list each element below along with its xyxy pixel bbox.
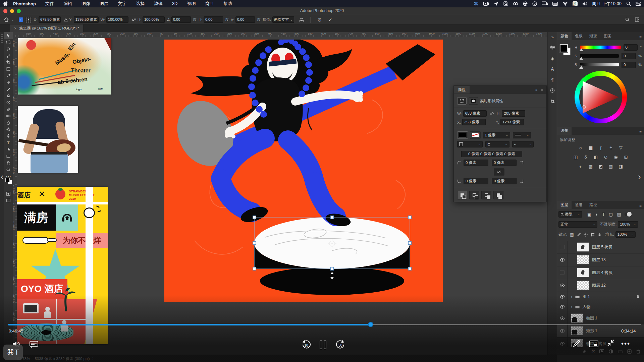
add-mask-icon[interactable] [599, 349, 604, 353]
stroke-type-dropdown[interactable]: ⌄ [513, 132, 531, 138]
option-field-value[interactable]: 100.00% [106, 16, 128, 23]
wifi-icon[interactable] [562, 1, 568, 7]
apple-icon[interactable] [3, 1, 8, 6]
horizontal-ruler[interactable]: 5505004504003503002502001501005050100150… [13, 32, 547, 37]
layer-row-图层 13[interactable]: 图层 13 [557, 253, 644, 266]
shape-x-field[interactable]: 353 像素 [462, 119, 486, 125]
menu-item-5[interactable]: 文字 [118, 1, 126, 6]
control-center-icon[interactable] [636, 1, 641, 7]
layer-filter-dropdown[interactable]: 类型⌄ [558, 211, 582, 218]
adjustment-invert-icon[interactable]: ◐ [577, 163, 585, 170]
more-options-button[interactable]: ••• [621, 340, 630, 348]
adjustment-color-balance-icon[interactable]: δ [582, 154, 590, 160]
filter-toggle[interactable] [625, 213, 632, 216]
history-panel-icon[interactable] [548, 86, 557, 95]
menu-item-9[interactable]: 视图 [187, 1, 196, 6]
menu-photoshop[interactable]: Photoshop [13, 1, 36, 6]
adjustment-curves-icon[interactable]: ʃ [597, 144, 605, 151]
tool-type[interactable]: T [4, 139, 13, 146]
lock-position-icon[interactable] [584, 233, 588, 237]
tool-gradient[interactable] [4, 113, 13, 119]
seek-bar-progress[interactable] [8, 324, 371, 325]
adjustment-color-lookup-icon[interactable]: ⊞ [622, 154, 630, 160]
layer-thumbnail[interactable] [577, 268, 589, 277]
stroke-cap-dropdown[interactable]: ⊏⌄ [485, 141, 509, 147]
visibility-eye-icon[interactable] [557, 302, 568, 312]
seek-bar-knob[interactable] [368, 322, 373, 327]
collapse-panel-icon[interactable]: » [535, 88, 537, 92]
stroke-color-swatch[interactable] [470, 131, 481, 139]
input-method-icon[interactable]: 拼 [573, 1, 578, 6]
pathfinder-intersect-button[interactable] [481, 191, 491, 199]
exit-fullscreen-button[interactable] [606, 339, 615, 347]
layer-thumbnail[interactable] [577, 255, 589, 264]
tool-eyedropper[interactable] [4, 72, 13, 79]
volume-menu-icon[interactable] [582, 1, 587, 7]
layer-thumbnail[interactable] [577, 242, 589, 252]
properties-menu-icon[interactable]: ≡ [541, 88, 543, 92]
tool-move[interactable] [4, 32, 13, 39]
menubar-clock[interactable]: 周日 下午10:00 [592, 1, 622, 7]
color-wheel[interactable] [575, 71, 627, 123]
expand-group-icon[interactable]: › [571, 294, 573, 299]
tab-layers[interactable]: 图层 [557, 201, 572, 209]
layer-thumbnail[interactable] [571, 326, 583, 336]
pip-button[interactable] [589, 341, 598, 347]
filter-pixel-layers-icon[interactable]: ▣ [587, 212, 591, 217]
adjustment-selective-color-icon[interactable]: ▧ [607, 163, 615, 170]
close-tab-icon[interactable]: × [14, 26, 16, 31]
tool-quick-select[interactable] [4, 52, 13, 59]
tool-healing[interactable] [4, 79, 13, 86]
status-chevron[interactable]: 〉 [92, 356, 96, 361]
tiger-app-icon[interactable] [523, 1, 528, 7]
tool-history-brush[interactable] [4, 99, 13, 106]
radius-tl-field[interactable]: 0 像素 [464, 160, 488, 166]
opacity-dropdown[interactable]: 100%⌄ [618, 221, 638, 228]
menu-item-10[interactable]: 窗口 [205, 1, 214, 6]
new-adjustment-layer-icon[interactable] [609, 349, 613, 354]
menu-item-11[interactable]: 帮助 [223, 1, 232, 6]
tool-preset-chevron[interactable]: ⌄ [11, 18, 14, 21]
layer-thumbnail[interactable] [577, 281, 589, 290]
tab-color[interactable]: 颜色 [557, 32, 572, 40]
previous-arrow[interactable]: ‹ [1, 172, 4, 182]
adjustment-hue-saturation-icon[interactable]: ◫ [572, 154, 580, 160]
cancel-transform-button[interactable]: ⊘ [317, 17, 322, 23]
home-icon[interactable] [4, 17, 9, 22]
filter-smart-objects-icon[interactable]: ▤ [617, 212, 621, 217]
tool-clone-stamp[interactable] [4, 93, 13, 99]
stroke-width-dropdown[interactable]: 1 像素⌄ [483, 132, 510, 138]
mask-properties-icon[interactable] [469, 97, 478, 105]
subtitles-button[interactable] [30, 341, 38, 348]
adjustment-exposure-icon[interactable]: ± [607, 144, 615, 151]
tool-eraser[interactable] [4, 106, 13, 113]
constrain-proportions-icon[interactable] [489, 112, 494, 115]
menu-item-8[interactable]: 3D [172, 1, 178, 6]
spotlight-icon[interactable] [626, 1, 631, 7]
visibility-empty-box[interactable] [557, 266, 568, 279]
radius-br-field[interactable]: 0 像素 [492, 178, 517, 184]
layer-row-椭圆 1[interactable]: 椭圆 1 [557, 312, 644, 325]
paragraph-panel-icon[interactable]: ¶ [548, 76, 557, 84]
stroke-align-dropdown[interactable]: ⌄ [457, 141, 483, 147]
lock-transparent-icon[interactable]: ▦ [570, 232, 574, 237]
adjustment-threshold-icon[interactable]: ◩ [597, 163, 605, 170]
options-search-icon[interactable] [625, 17, 630, 22]
menu-item-4[interactable]: 图层 [100, 1, 108, 6]
filter-adjustment-layers-icon[interactable]: ◐ [595, 212, 598, 217]
fill-color-swatch[interactable] [457, 131, 468, 139]
shape-y-field[interactable]: 1293 像素 [500, 119, 524, 125]
tool-crop[interactable] [4, 59, 13, 66]
tab-adjustments[interactable]: 调整 [557, 127, 572, 135]
layer-row-图层 5 拷贝[interactable]: 图层 5 拷贝 [557, 241, 644, 254]
adjustment-levels-icon[interactable]: ▆ [587, 144, 595, 151]
workspace-switcher-icon[interactable] [635, 17, 639, 22]
tool-marquee[interactable] [4, 39, 13, 46]
layer-row-人物[interactable]: ›人物 [557, 302, 644, 312]
pathfinder-combine-button[interactable] [457, 191, 467, 199]
adjustment-gradient-map-icon[interactable]: ◨ [617, 163, 625, 170]
tool-path-select[interactable] [4, 146, 13, 153]
skip-forward-button[interactable]: 30 [335, 339, 346, 350]
hsb-slider-s[interactable] [580, 54, 619, 58]
tab-swatches[interactable]: 色板 [572, 32, 586, 40]
